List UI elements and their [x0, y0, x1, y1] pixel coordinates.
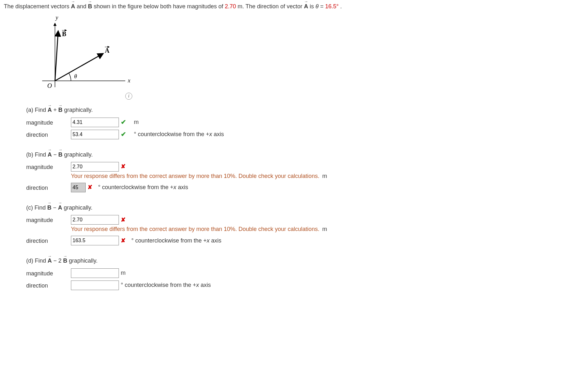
part-c-title: (c) Find B − A graphically.	[26, 204, 537, 212]
incorrect-icon	[121, 163, 126, 171]
unit-m: m	[322, 173, 327, 179]
part-b-magnitude-input[interactable]	[71, 162, 119, 172]
correct-icon	[121, 118, 126, 127]
unit-degrees-ccw: ° counterclockwise from the +x axis	[98, 183, 188, 191]
x-var: x	[174, 184, 176, 190]
vector-a: A	[48, 151, 52, 159]
unit-m: m	[322, 226, 327, 232]
axis-word: axis	[212, 131, 224, 137]
vector-a: A	[48, 106, 52, 114]
vector-a: A	[48, 257, 52, 265]
operator: +	[53, 107, 58, 113]
part-title-text: (d) Find	[26, 257, 48, 264]
vector-b: B	[63, 257, 67, 265]
axis-label-x: x	[127, 77, 130, 84]
part-a-direction-input[interactable]	[71, 130, 119, 139]
given-angle: 16.5°	[325, 3, 339, 10]
vector-diagram-svg: y x O θ B A	[36, 14, 135, 97]
vector-a-label: A	[105, 47, 110, 54]
operator: − 2	[53, 257, 62, 264]
feedback-message: Your response differs from the correct a…	[71, 225, 537, 233]
prompt-text: m. The direction of vector	[238, 3, 304, 10]
part-a-title: (a) Find A + B graphically.	[26, 106, 537, 114]
incorrect-icon	[88, 183, 92, 191]
vector-b: B	[47, 204, 51, 212]
prompt-text: =	[320, 3, 325, 10]
x-var: x	[207, 237, 210, 244]
part-a: (a) Find A + B graphically. magnitude m …	[26, 106, 537, 139]
direction-label: direction	[26, 183, 71, 192]
deg-ccw-text: ° counterclockwise from the +	[134, 131, 209, 137]
axis-label-y: y	[55, 14, 58, 21]
part-title-text: graphically.	[64, 107, 93, 113]
part-b-direction-input[interactable]	[71, 183, 86, 192]
vector-figure: y x O θ B A	[36, 14, 560, 97]
vector-b: B	[88, 3, 92, 11]
svg-line-2	[55, 31, 58, 81]
prompt-text: shown in the figure below both have magn…	[94, 3, 225, 10]
vector-b: B	[58, 151, 63, 159]
direction-label: direction	[26, 281, 71, 290]
part-title-text: (c) Find	[26, 204, 47, 211]
svg-line-3	[55, 54, 103, 81]
axis-word: axis	[210, 237, 221, 244]
part-d-title: (d) Find A − 2 B graphically.	[26, 257, 537, 265]
direction-label: direction	[26, 236, 71, 245]
vector-a: A	[58, 204, 62, 212]
part-title-text: graphically.	[69, 257, 98, 264]
prompt-text: is	[310, 3, 315, 10]
theta-label: θ	[74, 73, 77, 80]
unit-m: m	[121, 269, 126, 277]
direction-label: direction	[26, 130, 71, 139]
prompt-text: and	[77, 3, 88, 10]
unit-degrees-ccw: ° counterclockwise from the +x axis	[131, 237, 221, 245]
magnitude-label: magnitude	[26, 215, 71, 224]
part-title-text: graphically.	[64, 204, 93, 211]
vector-b-label: B	[62, 30, 66, 37]
question-prompt: The displacement vectors A and B shown i…	[4, 3, 560, 11]
magnitude-label: magnitude	[26, 118, 71, 127]
theta-symbol: θ	[315, 3, 319, 10]
part-title-text: graphically.	[64, 151, 93, 158]
deg-ccw-text: ° counterclockwise from the +	[98, 184, 174, 190]
part-c-magnitude-input[interactable]	[71, 215, 119, 225]
part-title-text: (b) Find	[26, 151, 48, 158]
feedback-text: Your response differs from the correct a…	[71, 226, 319, 232]
x-var: x	[196, 282, 199, 288]
magnitude-label: magnitude	[26, 162, 71, 171]
info-icon[interactable]: i	[125, 93, 132, 100]
prompt-text: .	[340, 3, 342, 10]
feedback-message: Your response differs from the correct a…	[71, 172, 537, 180]
incorrect-icon	[121, 216, 126, 224]
unit-degrees-ccw: ° counterclockwise from the +x axis	[134, 130, 224, 138]
axis-word: axis	[176, 184, 188, 190]
correct-icon	[121, 130, 126, 139]
vector-a: A	[71, 3, 75, 11]
part-d-magnitude-input[interactable]	[71, 268, 119, 278]
given-magnitude: 2.70	[225, 3, 236, 10]
part-title-text: (a) Find	[26, 107, 48, 113]
part-c: (c) Find B − A graphically. magnitude Yo…	[26, 204, 537, 245]
origin-label: O	[47, 82, 52, 89]
unit-degrees-ccw: ° counterclockwise from the +x axis	[121, 281, 211, 289]
x-var: x	[209, 131, 212, 137]
operator: −	[53, 151, 58, 158]
part-d: (d) Find A − 2 B graphically. magnitude …	[26, 257, 537, 290]
vector-a: A	[304, 3, 308, 11]
part-b: (b) Find A − B graphically. magnitude Yo…	[26, 151, 537, 192]
prompt-text: The displacement vectors	[4, 3, 71, 10]
part-a-magnitude-input[interactable]	[71, 118, 119, 127]
feedback-text: Your response differs from the correct a…	[71, 173, 319, 179]
axis-word: axis	[199, 282, 211, 288]
operator: −	[53, 204, 58, 211]
part-c-direction-input[interactable]	[71, 236, 119, 245]
incorrect-icon	[121, 237, 126, 245]
part-d-direction-input[interactable]	[71, 281, 119, 290]
part-b-title: (b) Find A − B graphically.	[26, 151, 537, 159]
deg-ccw-text: ° counterclockwise from the +	[131, 237, 207, 244]
unit-m: m	[134, 118, 139, 126]
vector-b: B	[58, 106, 63, 114]
magnitude-label: magnitude	[26, 268, 71, 278]
deg-ccw-text: ° counterclockwise from the +	[121, 282, 196, 288]
